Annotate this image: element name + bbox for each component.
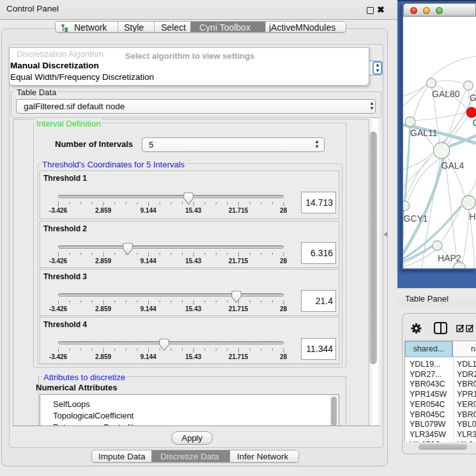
- svg-text:CD: CD: [473, 118, 476, 128]
- svg-text:GA: GA: [470, 93, 476, 103]
- svg-text:GAL80: GAL80: [432, 89, 460, 99]
- svg-text:HAP2: HAP2: [438, 253, 461, 263]
- svg-text:H: H: [470, 211, 476, 222]
- svg-text:GAL11: GAL11: [410, 128, 438, 138]
- svg-text:GAL4: GAL4: [441, 160, 464, 171]
- svg-text:GCY1: GCY1: [404, 213, 428, 224]
